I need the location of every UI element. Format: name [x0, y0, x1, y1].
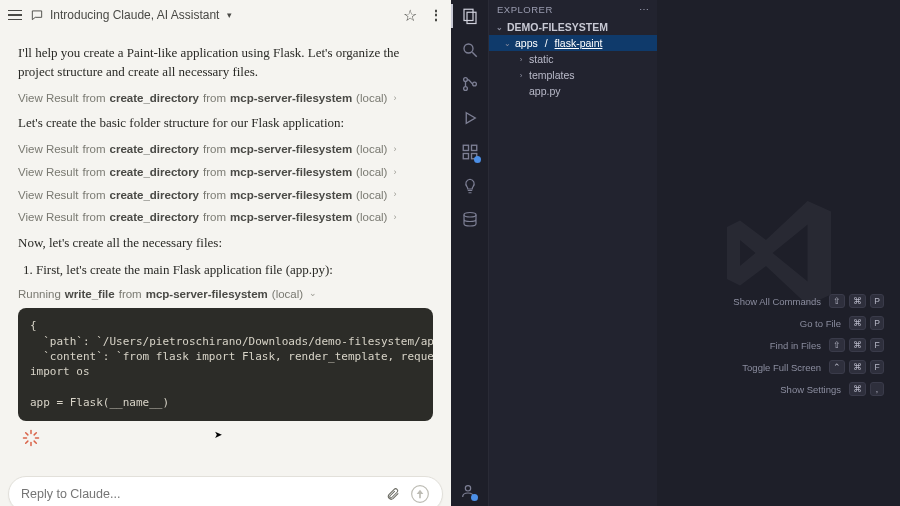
svg-point-14 — [463, 87, 467, 91]
search-icon[interactable] — [460, 40, 480, 60]
svg-rect-9 — [464, 9, 473, 20]
lightbulb-icon[interactable] — [460, 176, 480, 196]
loading-spinner-icon — [22, 429, 40, 447]
explorer-icon[interactable] — [460, 6, 480, 26]
tool-call-row[interactable]: View Result from create_directory from m… — [18, 209, 433, 226]
chevron-right-icon: › — [393, 211, 396, 224]
run-debug-icon[interactable] — [460, 108, 480, 128]
svg-point-15 — [472, 82, 476, 86]
svg-line-5 — [34, 441, 36, 443]
reply-input[interactable] — [21, 487, 386, 501]
source-control-icon[interactable] — [460, 74, 480, 94]
attachment-icon[interactable] — [386, 487, 400, 501]
tool-call-row[interactable]: View Result from create_directory from m… — [18, 141, 433, 158]
shortcut-row: Go to File⌘P — [800, 316, 884, 330]
chevron-right-icon: › — [393, 188, 396, 201]
editor-area: Show All Commands⇧⌘P Go to File⌘P Find i… — [657, 0, 900, 506]
assistant-text: I'll help you create a Paint-like applic… — [18, 44, 433, 82]
svg-point-13 — [463, 78, 467, 82]
extensions-icon[interactable] — [460, 142, 480, 162]
more-icon[interactable]: ⋮ — [429, 7, 443, 23]
svg-point-11 — [464, 44, 473, 53]
star-icon[interactable]: ☆ — [403, 6, 417, 25]
tree-folder-apps[interactable]: ⌄apps / flask-paint — [489, 35, 657, 51]
svg-rect-18 — [471, 145, 476, 150]
database-icon[interactable] — [460, 210, 480, 230]
assistant-text: Let's create the basic folder structure … — [18, 114, 433, 133]
tool-call-row[interactable]: View Result from create_directory from m… — [18, 187, 433, 204]
send-icon[interactable] — [410, 484, 430, 504]
list-item: First, let's create the main Flask appli… — [36, 261, 433, 280]
shortcut-row: Toggle Full Screen⌃⌘F — [742, 360, 884, 374]
explorer-header: EXPLORER ⋯ — [489, 0, 657, 19]
svg-rect-19 — [463, 154, 468, 159]
activity-bar — [451, 0, 489, 506]
svg-line-12 — [472, 52, 477, 57]
tree-folder-templates[interactable]: ›templates — [489, 67, 657, 83]
chevron-right-icon: › — [393, 143, 396, 156]
title-text: Introducing Claude, AI Assistant — [50, 8, 219, 22]
conversation-title[interactable]: Introducing Claude, AI Assistant ▾ — [30, 8, 395, 22]
shortcut-row: Show Settings⌘, — [780, 382, 884, 396]
chevron-right-icon: › — [393, 92, 396, 105]
conversation-body: I'll help you create a Paint-like applic… — [0, 30, 451, 506]
explorer-title: EXPLORER — [497, 4, 553, 15]
vscode-panel: EXPLORER ⋯ ⌄DEMO-FILESYSTEM ⌄apps / flas… — [451, 0, 900, 506]
shortcut-row: Find in Files⇧⌘F — [770, 338, 884, 352]
reply-bar — [8, 476, 443, 506]
claude-panel: Introducing Claude, AI Assistant ▾ ☆ ⋮ I… — [0, 0, 451, 506]
welcome-shortcuts: Show All Commands⇧⌘P Go to File⌘P Find i… — [733, 294, 884, 396]
svg-line-7 — [34, 432, 36, 434]
menu-icon[interactable] — [8, 8, 22, 22]
explorer-sidebar: EXPLORER ⋯ ⌄DEMO-FILESYSTEM ⌄apps / flas… — [489, 0, 657, 506]
more-icon[interactable]: ⋯ — [639, 4, 650, 15]
chevron-down-icon: ⌄ — [309, 287, 317, 300]
assistant-text: Now, let's create all the necessary file… — [18, 234, 433, 253]
badge-icon — [474, 156, 481, 163]
tool-call-row[interactable]: View Result from create_directory from m… — [18, 90, 433, 107]
tool-call-row[interactable]: View Result from create_directory from m… — [18, 164, 433, 181]
svg-rect-17 — [463, 145, 468, 150]
vscode-logo-icon — [657, 0, 900, 506]
svg-line-6 — [26, 441, 28, 443]
file-tree: ⌄DEMO-FILESYSTEM ⌄apps / flask-paint ›st… — [489, 19, 657, 99]
svg-point-22 — [465, 486, 470, 491]
tree-root[interactable]: ⌄DEMO-FILESYSTEM — [489, 19, 657, 35]
chat-icon — [30, 8, 44, 22]
svg-point-21 — [464, 213, 476, 218]
shortcut-row: Show All Commands⇧⌘P — [733, 294, 884, 308]
code-block: { `path`: `/Users/pietroschirano/Downloa… — [18, 308, 433, 420]
svg-marker-16 — [466, 113, 475, 124]
chevron-right-icon: › — [393, 166, 396, 179]
accounts-icon[interactable] — [459, 482, 477, 500]
claude-header: Introducing Claude, AI Assistant ▾ ☆ ⋮ — [0, 0, 451, 30]
tree-folder-static[interactable]: ›static — [489, 51, 657, 67]
svg-rect-10 — [467, 12, 476, 23]
svg-line-4 — [26, 432, 28, 434]
tree-file-app-py[interactable]: app.py — [489, 83, 657, 99]
tool-running-row[interactable]: Running write_file from mcp-server-files… — [18, 286, 433, 303]
badge-icon — [471, 494, 478, 501]
chevron-down-icon: ▾ — [227, 10, 232, 20]
